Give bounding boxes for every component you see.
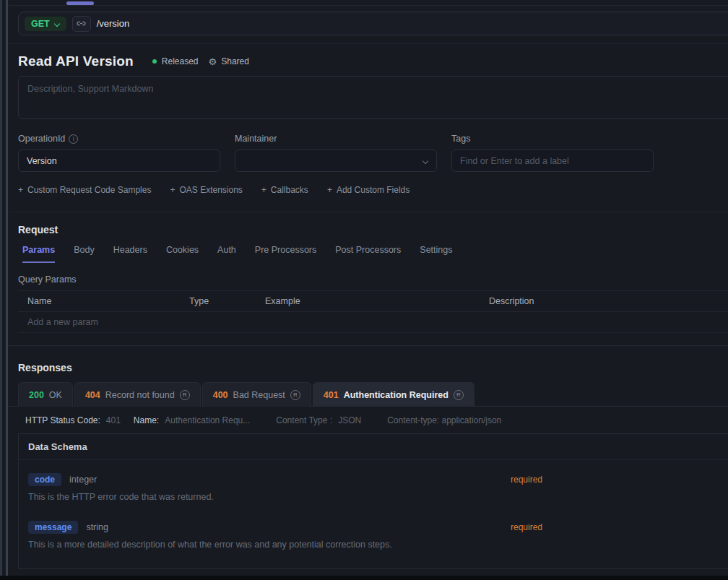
tags-input[interactable]: Find or Enter to add a label [451,150,654,172]
release-status-badge[interactable]: Released [152,56,199,66]
query-params-title: Query Params [18,274,728,285]
plus-icon: + [261,185,266,195]
ref-component-icon: R [290,390,300,400]
section-divider [9,345,728,346]
required-flag: required [511,475,542,485]
tab-params[interactable]: Params [22,245,55,263]
path-input[interactable]: /version [97,18,130,29]
query-params-table: Name Type Example Description Add a new … [9,290,728,333]
add-callbacks-link[interactable]: + Callbacks [261,185,308,195]
active-tab-indicator[interactable] [66,1,94,5]
tab-body[interactable]: Body [74,245,95,263]
ref-component-icon: R [180,390,190,400]
response-tab-200[interactable]: 200 OK [18,382,73,407]
response-tab-404[interactable]: 404 Record not found R [74,382,201,407]
plus-icon: + [170,185,175,195]
divider [9,43,728,44]
method-label: GET [31,19,50,29]
name-value[interactable]: Authentication Requ... [165,415,250,425]
tab-cookies[interactable]: Cookies [166,245,199,263]
field-name-badge: message [28,521,78,534]
schema-field-message[interactable]: message string required [28,520,728,534]
responses-section-title: Responses [18,362,728,373]
http-status-value[interactable]: 401 [106,415,121,425]
plus-icon: + [327,185,332,195]
chevron-down-icon [54,21,60,27]
ref-component-icon: R [454,390,464,400]
link-label: Add Custom Fields [337,185,410,195]
operation-id-label: OperationId [18,134,65,144]
field-description: This is a more detailed description of w… [28,540,728,550]
column-description: Description [489,296,728,306]
field-type: string [86,522,108,532]
link-icon [77,19,86,28]
data-schema-panel: Data Schema code integer required This i… [18,434,728,569]
response-tab-label: Record not found [105,390,175,400]
maintainer-select[interactable] [235,150,437,172]
request-section-title: Request [18,224,728,235]
description-textarea[interactable]: Description, Support Markdown [18,76,728,119]
panel-splitter[interactable] [6,0,8,580]
link-label: OAS Extensions [179,185,242,195]
response-tab-label: Bad Request [233,390,285,400]
shared-badge[interactable]: ⚙︎ Shared [209,56,249,66]
add-custom-fields-link[interactable]: + Add Custom Fields [327,185,410,195]
data-schema-title: Data Schema [19,434,728,460]
document-tab-strip [9,0,728,6]
sidebar-edge [0,0,2,580]
operation-id-input[interactable]: Version [18,150,220,172]
add-oas-extensions-link[interactable]: + OAS Extensions [170,185,242,195]
name-label: Name: [134,415,159,425]
add-param-input[interactable]: Add a new param [18,312,728,333]
divider [9,212,728,212]
status-dot-icon [152,59,157,64]
link-label: Custom Request Code Samples [27,185,151,195]
request-tabbar: Params Body Headers Cookies Auth Pre Pro… [22,245,728,263]
column-type: Type [189,296,265,306]
http-status-label: HTTP Status Code: [25,415,100,425]
content-type-select[interactable]: JSON [338,415,361,425]
schema-field-code[interactable]: code integer required [28,472,728,487]
chevron-down-icon [422,158,428,164]
operation-id-value: Version [27,156,57,166]
release-status-label: Released [162,56,199,66]
page-title: Read API Version [18,53,134,69]
tags-label: Tags [451,134,470,144]
status-code: 404 [85,390,100,400]
link-label: Callbacks [271,185,308,195]
field-type: integer [69,475,97,485]
tab-post-processors[interactable]: Post Processors [335,245,401,263]
table-header: Name Type Example Description [18,290,728,312]
column-name: Name [18,296,189,306]
response-tab-401[interactable]: 401 Authentication Required R [313,382,474,407]
status-code: 400 [213,390,228,400]
shared-label: Shared [221,56,249,66]
window-bottom-edge [0,576,728,580]
tags-placeholder: Find or Enter to add a label [460,156,569,166]
response-tab-label: OK [49,390,62,400]
method-dropdown[interactable]: GET [25,17,66,31]
maintainer-label: Maintainer [235,134,277,144]
response-tab-400[interactable]: 400 Bad Request R [202,382,311,407]
column-example: Example [265,296,489,306]
add-code-samples-link[interactable]: + Custom Request Code Samples [18,185,151,195]
tab-headers[interactable]: Headers [113,245,147,263]
tab-settings[interactable]: Settings [420,245,452,263]
add-param-placeholder: Add a new param [27,317,98,327]
link-icon-button[interactable] [72,16,91,32]
field-description: This is the HTTP error code that was ret… [28,492,728,502]
endpoint-editor: GET /version Read API Version Released ⚙… [9,0,728,576]
tab-pre-processors[interactable]: Pre Processors [255,245,316,263]
status-code: 200 [29,390,44,400]
endpoint-url-bar: GET /version [18,12,728,35]
content-type-label: Content Type : [276,415,332,425]
responses-tabbar: 200 OK 404 Record not found R 400 Bad Re… [18,382,728,407]
description-placeholder: Description, Support Markdown [27,84,153,94]
info-icon[interactable]: i [69,134,78,144]
field-name-badge: code [28,473,61,486]
response-meta-row: HTTP Status Code: 401 Name: Authenticati… [18,407,728,434]
response-tab-label: Authentication Required [344,390,448,400]
status-code: 401 [324,390,339,400]
tab-auth[interactable]: Auth [217,245,236,263]
required-flag: required [511,522,542,532]
